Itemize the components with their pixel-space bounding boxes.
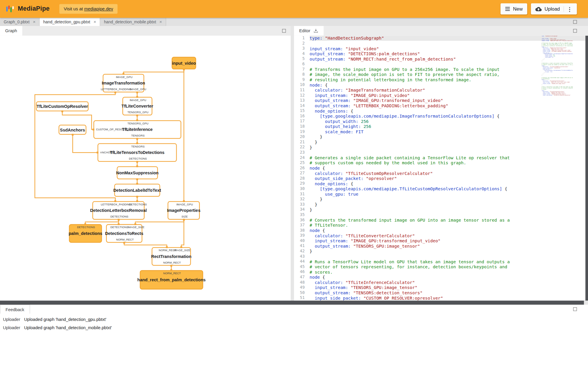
- graph-node-rect-transformation[interactable]: RectTransformationNORM_RECTIMAGE_SIZENOR…: [152, 247, 191, 266]
- node-label: DetectionLabelIdToText: [113, 188, 161, 192]
- feedback-log: UploaderUploaded graph 'hand_detection_g…: [0, 314, 588, 332]
- line-numbers: 1234567891011121314151617181920212223242…: [294, 36, 310, 301]
- port-label: CUSTOM_OP_RESOLVER: [96, 128, 130, 131]
- graph-node-image-transformation[interactable]: ImageTransformationIMAGE_GPULETTERBOX_PA…: [103, 74, 144, 92]
- file-tab-strip: Graph_0.pbtxt×hand_detection_gpu.pbtxt×h…: [0, 18, 588, 26]
- port-label: NORM_RECT: [163, 272, 181, 275]
- graph-node-palm-detections[interactable]: palm_detectionsDETECTIONS: [69, 224, 102, 243]
- feedback-tab-label: Feedback: [6, 307, 24, 311]
- feedback-message: Uploaded graph 'hand_detection_gpu.pbtxt…: [24, 317, 107, 322]
- editor-panel-header: Editor: [294, 26, 588, 36]
- graph-tab-label: Graph: [5, 29, 17, 33]
- app-title: MediaPipe: [18, 5, 50, 13]
- code-editor[interactable]: 1234567891011121314151617181920212223242…: [294, 36, 588, 301]
- feedback-source: Uploader: [3, 326, 21, 330]
- graph-canvas[interactable]: input_videoImageTransformationIMAGE_GPUL…: [0, 36, 291, 301]
- port-label: DETECTIONS: [110, 215, 128, 218]
- file-tab-label: Graph_0.pbtxt: [4, 20, 30, 24]
- port-label: TENSORS: [131, 145, 145, 148]
- port-label: SIZE: [182, 215, 188, 218]
- node-label: NonMaxSuppression: [116, 170, 159, 175]
- new-button[interactable]: New: [500, 3, 527, 14]
- node-label: TfLiteCustomOpResolver: [37, 104, 88, 108]
- port-label: IMAGE_SIZE: [128, 226, 145, 229]
- graph-node-tflite-tensors-to-detections[interactable]: TfLiteTensorsToDetectionsTENSORSANCHORSD…: [97, 143, 177, 162]
- maximize-graph-icon[interactable]: [282, 29, 286, 33]
- graph-node-ssd-anchors[interactable]: SsdAnchors: [58, 125, 86, 135]
- graph-node-tflite-converter[interactable]: TfLiteConverterIMAGE_GPUTENSORS_GPU: [122, 97, 152, 116]
- app-header: MediaPipe Visit us at mediapipe.dev New …: [0, 0, 588, 18]
- horizontal-scrollbar[interactable]: [0, 301, 588, 305]
- maximize-feedback-icon[interactable]: [573, 307, 577, 311]
- port-label: TENSORS_GPU: [128, 111, 148, 114]
- feedback-row: UploaderUploaded graph 'hand_detection_m…: [0, 324, 588, 332]
- file-tab[interactable]: hand_detection_mobile.pbtxt×: [100, 18, 166, 26]
- port-label: IMAGE_GPU: [130, 98, 146, 102]
- graph-node-detection-label-id-to-text[interactable]: DetectionLabelIdToText: [114, 184, 160, 197]
- maximize-editor-icon[interactable]: [573, 29, 577, 33]
- port-label: DETECTIONS: [129, 157, 147, 160]
- node-label: TfLiteConverter: [122, 104, 153, 108]
- node-label: SsdAnchors: [60, 127, 85, 132]
- node-label: DetectionLetterboxRemoval: [90, 208, 147, 213]
- port-label: LETTERBOX_PADDING: [101, 203, 131, 206]
- graph-node-tflite-custom-op-resolver[interactable]: TfLiteCustomOpResolver: [36, 101, 89, 111]
- feedback-tab[interactable]: Feedback: [0, 305, 30, 314]
- port-label: TENSORS: [131, 134, 145, 137]
- file-tab-label: hand_detection_mobile.pbtxt: [104, 20, 156, 24]
- graph-node-tflite-inference[interactable]: TfLiteInferenceTENSORS_GPUCUSTOM_OP_RESO…: [94, 120, 182, 139]
- graph-node-image-properties[interactable]: ImagePropertiesIMAGE_GPUSIZE: [168, 201, 200, 220]
- file-tab[interactable]: hand_detection_gpu.pbtxt×: [40, 18, 100, 26]
- port-label: IMAGE_SIZE: [174, 249, 190, 252]
- file-tabs: Graph_0.pbtxt×hand_detection_gpu.pbtxt×h…: [0, 18, 166, 26]
- editor-tab[interactable]: Editor: [294, 26, 324, 36]
- graph-node-non-max-suppression[interactable]: NonMaxSuppression: [117, 166, 158, 179]
- node-label: ImageProperties: [167, 208, 200, 213]
- editor-panel: Editor 123456789101112131415161718192021…: [294, 26, 588, 301]
- feedback-row: UploaderUploaded graph 'hand_detection_g…: [0, 316, 588, 324]
- kebab-menu-icon[interactable]: ⋮: [564, 6, 572, 12]
- graph-node-input-video[interactable]: input_video: [172, 57, 196, 69]
- node-label: RectTransformation: [151, 254, 191, 259]
- app: MediaPipe Visit us at mediapipe.dev New …: [0, 0, 588, 367]
- editor-vertical-scrollbar[interactable]: [585, 36, 588, 301]
- main-area: Graph input_videoImageTransformationIMAG…: [0, 26, 588, 301]
- mediapipe-logo-icon: [6, 5, 14, 13]
- new-button-label: New: [513, 6, 523, 12]
- port-label: IMAGE_GPU: [176, 203, 193, 206]
- graph-node-detection-letterbox-removal[interactable]: DetectionLetterboxRemovalLETTERBOX_PADDI…: [92, 201, 145, 220]
- port-label: DETECTIONS: [77, 226, 95, 229]
- port-label: ANCHORS: [100, 151, 114, 154]
- scrollbar-corner: [584, 301, 588, 305]
- download-icon[interactable]: [313, 28, 318, 33]
- feedback-message: Uploaded graph 'hand_detection_mobile.pb…: [24, 326, 112, 330]
- header-actions: New Upload ⋮: [500, 3, 588, 14]
- upload-button-label: Upload: [545, 6, 560, 12]
- maximize-tabs-icon[interactable]: [573, 20, 577, 24]
- graph-tab[interactable]: Graph: [0, 26, 22, 36]
- upload-cloud-icon: [535, 6, 541, 12]
- upload-button[interactable]: Upload ⋮: [531, 3, 577, 14]
- file-tab[interactable]: Graph_0.pbtxt×: [0, 18, 40, 26]
- node-label: DetectionsToRects: [105, 231, 143, 236]
- feedback-header: Feedback: [0, 305, 588, 314]
- close-tab-icon[interactable]: ×: [94, 20, 96, 24]
- minimap[interactable]: type: "HandDetectionSubgraph" input_stre…: [542, 36, 573, 96]
- port-label: IMAGE_GPU: [130, 87, 146, 91]
- visit-us-chip[interactable]: Visit us at mediapipe.dev: [59, 4, 117, 14]
- graph-node-detections-to-rects[interactable]: DetectionsToRectsDETECTIONSIMAGE_SIZENOR…: [106, 224, 142, 243]
- port-label: IMAGE_GPU: [116, 75, 133, 79]
- port-label: NORM_RECT: [163, 261, 181, 264]
- node-label: palm_detections: [69, 231, 102, 236]
- close-tab-icon[interactable]: ×: [33, 20, 35, 24]
- feedback-panel: Feedback UploaderUploaded graph 'hand_de…: [0, 305, 588, 367]
- editor-tab-label: Editor: [299, 29, 311, 33]
- graph-node-hand-rect-from-palm-detections[interactable]: hand_rect_from_palm_detectionsNORM_RECT: [140, 270, 203, 289]
- new-graph-icon: [505, 6, 510, 12]
- mediapipe-dev-link[interactable]: mediapipe.dev: [84, 6, 113, 12]
- close-tab-icon[interactable]: ×: [159, 20, 162, 24]
- node-label: hand_rect_from_palm_detections: [137, 277, 205, 282]
- node-label: TfLiteTensorsToDetections: [110, 150, 164, 155]
- panel-divider: [291, 26, 294, 301]
- port-label: DETECTIONS: [129, 203, 147, 206]
